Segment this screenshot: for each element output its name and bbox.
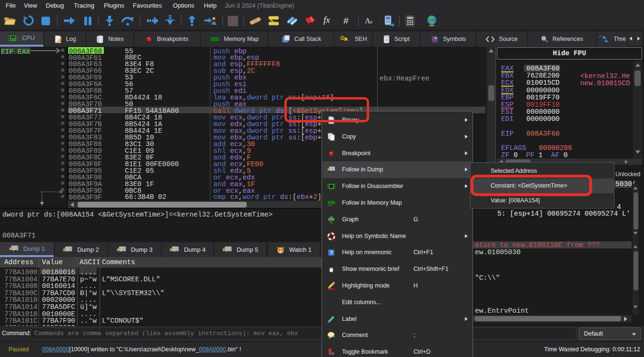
svg-text:!: ! xyxy=(346,38,348,42)
svg-text:o: o xyxy=(386,38,388,42)
svg-text:?: ? xyxy=(330,250,332,256)
svg-text:32: 32 xyxy=(11,37,15,40)
